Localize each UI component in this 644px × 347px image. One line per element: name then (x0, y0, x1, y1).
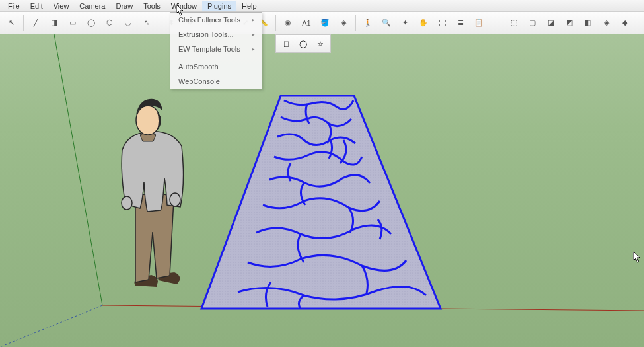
submenu-arrow-icon: ▸ (252, 17, 255, 23)
shaded-tool[interactable]: ◆ (616, 15, 633, 32)
menu-plugins[interactable]: Plugins (202, 1, 236, 11)
arc-tool[interactable]: ◡ (120, 15, 137, 32)
orbit-tool[interactable]: ✦ (396, 15, 413, 32)
scene-canvas (0, 34, 644, 347)
outliner-tool[interactable]: 📋 (470, 15, 487, 32)
plugins-item-1[interactable]: Extrusion Tools...▸ (170, 27, 262, 42)
plugins-item-label: AutoSmooth (178, 63, 219, 71)
door-icon[interactable]: ⎕ (279, 36, 293, 51)
submenu-arrow-icon: ▸ (252, 46, 255, 52)
plugins-item-0[interactable]: Chris Fullmer Tools▸ (170, 13, 262, 27)
back-tool[interactable]: ◧ (579, 15, 596, 32)
plugins-item-3[interactable]: AutoSmooth (170, 59, 262, 74)
right-tool[interactable]: ◩ (561, 15, 578, 32)
protractor-tool[interactable]: ◉ (279, 15, 297, 32)
layers-tool[interactable]: ≣ (452, 15, 469, 32)
front-tool[interactable]: ◪ (542, 15, 559, 32)
select-tool[interactable]: ↖ (3, 15, 20, 32)
freehand-tool[interactable]: ∿ (138, 15, 155, 32)
plugins-item-label: WebConsole (178, 77, 220, 85)
text-tool[interactable]: A1 (298, 15, 315, 32)
rectangle-tool[interactable]: ▭ (64, 15, 81, 32)
pan-tool[interactable]: ✋ (415, 15, 432, 32)
menu-view[interactable]: View (48, 1, 75, 11)
star-icon[interactable]: ☆ (313, 36, 328, 51)
svg-marker-2 (201, 96, 441, 309)
ellipse-icon[interactable]: ◯ (296, 36, 310, 51)
plugins-item-label: EW Template Tools (178, 45, 240, 53)
viewport[interactable] (0, 34, 644, 347)
svg-point-3 (122, 196, 132, 210)
blue-axis (0, 305, 102, 347)
menu-draw[interactable]: Draw (110, 1, 138, 11)
menu-edit[interactable]: Edit (25, 1, 48, 11)
scale-figure (122, 99, 184, 287)
zoom-extents-tool[interactable]: ⛶ (433, 15, 450, 32)
plugins-dropdown: Chris Fullmer Tools▸Extrusion Tools...▸E… (170, 12, 262, 89)
plugins-item-label: Extrusion Tools... (178, 30, 234, 38)
walk-tool[interactable]: 🚶 (359, 15, 376, 32)
menubar: File Edit View Camera Draw Tools Window … (0, 0, 644, 12)
submenu-arrow-icon: ▸ (252, 31, 255, 38)
eraser-tool[interactable]: ◨ (46, 15, 63, 32)
line-tool[interactable]: ╱ (27, 15, 44, 32)
menu-file[interactable]: File (3, 1, 25, 11)
plugins-item-2[interactable]: EW Template Tools▸ (170, 42, 262, 56)
top-tool[interactable]: ▢ (524, 15, 541, 32)
paint-tool[interactable]: 🪣 (316, 15, 334, 32)
xray-tool[interactable]: ◈ (598, 15, 615, 32)
iso-tool[interactable]: ⬚ (505, 15, 522, 32)
menu-camera[interactable]: Camera (74, 1, 110, 11)
menu-tools[interactable]: Tools (138, 1, 166, 11)
flagstone-path (201, 96, 441, 309)
green-axis (54, 34, 102, 305)
svg-point-5 (136, 106, 160, 135)
menu-window[interactable]: Window (166, 1, 202, 11)
circle-tool[interactable]: ◯ (83, 15, 100, 32)
plugins-item-4[interactable]: WebConsole (170, 74, 262, 89)
mini-toolbar: ⎕◯☆ (275, 34, 331, 53)
main-toolbar: ↖╱◨▭◯⬡◡∿⬍✥↻⟳⤢📏◉A1🪣◈🚶🔍✦✋⛶≣📋⬚▢◪◩◧◈◆ (0, 12, 644, 34)
plugins-item-label: Chris Fullmer Tools (178, 16, 240, 24)
component-tool[interactable]: ◈ (335, 15, 352, 32)
zoom-tool[interactable]: 🔍 (378, 15, 395, 32)
polygon-tool[interactable]: ⬡ (101, 15, 118, 32)
svg-point-4 (170, 193, 180, 206)
menu-help[interactable]: Help (236, 1, 262, 11)
